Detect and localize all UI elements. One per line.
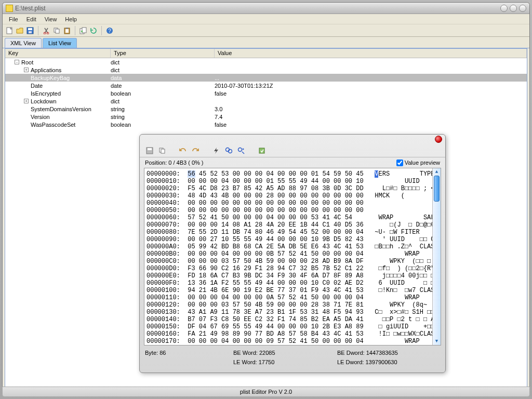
- tree-value-label: 3.0: [215, 106, 527, 112]
- list-header: Key Type Value: [5, 49, 527, 58]
- le-word-label: LE Word:: [233, 359, 257, 365]
- scroll-up-icon[interactable]: ▲: [433, 168, 441, 176]
- position-value: 0 / 4B3 ( 0% ): [168, 159, 203, 166]
- paste-icon[interactable]: [62, 26, 72, 35]
- tree-value-label: false: [215, 122, 527, 128]
- menu-edit[interactable]: Edit: [22, 15, 41, 23]
- le-dword-label: LE Dword:: [337, 359, 364, 365]
- hex-scrollbar[interactable]: ▲ ▼: [432, 168, 441, 345]
- hex-copy-icon[interactable]: [157, 146, 167, 155]
- menu-bar: File Edit View Help: [3, 14, 529, 24]
- hex-save-icon[interactable]: [145, 146, 154, 155]
- tree-key-label: Root: [21, 59, 33, 65]
- scroll-thumb[interactable]: [434, 176, 440, 202]
- tree-row[interactable]: WasPasscodeSetbooleanfalse: [5, 121, 527, 128]
- be-dword-value: 1447383635: [366, 350, 398, 356]
- hex-title-bar: [140, 135, 445, 144]
- tree-row[interactable]: Datedate2010-07-30T01:13:21Z: [5, 82, 527, 89]
- le-dword-value: 1397900630: [365, 359, 397, 365]
- tree-expander[interactable]: -: [15, 60, 19, 64]
- tree-key-label: IsEncrypted: [31, 90, 61, 97]
- column-key[interactable]: Key: [5, 49, 111, 58]
- column-value[interactable]: Value: [215, 49, 527, 58]
- minimize-button[interactable]: [500, 5, 508, 12]
- tree-type-label: string: [111, 106, 215, 112]
- help-icon[interactable]: ?: [105, 26, 114, 35]
- be-dword-label: BE Dword:: [337, 350, 365, 356]
- svg-text:?: ?: [108, 28, 111, 34]
- hex-export-icon[interactable]: [257, 146, 267, 155]
- hex-toolbar: [140, 144, 445, 157]
- hex-find-icon[interactable]: [224, 146, 233, 155]
- hex-close-button[interactable]: [435, 136, 442, 143]
- hex-body[interactable]: 00000000: 56 45 52 53 00 00 00 04 00 00 …: [144, 168, 441, 345]
- svg-rect-18: [161, 149, 165, 153]
- tab-xml-view[interactable]: XML View: [5, 38, 42, 48]
- hex-bolt-icon[interactable]: [211, 146, 221, 155]
- menu-file[interactable]: File: [5, 15, 22, 23]
- value-preview-input[interactable]: [396, 159, 403, 166]
- hex-footer: Byte: 86 BE Word: 22085 BE Dword: 144738…: [145, 350, 440, 368]
- tree-value-label: false: [215, 90, 527, 97]
- convert-icon[interactable]: [78, 26, 88, 35]
- refresh-icon[interactable]: [89, 26, 98, 35]
- tree-value-label: 7.4: [215, 114, 527, 120]
- tree-row[interactable]: BackupKeyBagdata...: [5, 74, 527, 82]
- copy-icon[interactable]: [52, 26, 61, 35]
- hex-redo-icon[interactable]: [191, 146, 200, 155]
- tree-type-label: dict: [111, 98, 215, 104]
- tree-key-label: Version: [31, 114, 50, 120]
- tree-type-label: dict: [111, 59, 215, 65]
- window-title: E:\test.plist: [15, 5, 46, 12]
- byte-value: 86: [159, 350, 166, 356]
- tree-value-label: 2010-07-30T01:13:21Z: [215, 83, 527, 89]
- tree-row[interactable]: +Lockdowndict: [5, 97, 527, 105]
- status-bar: plist Editor Pro V 2.0: [2, 387, 530, 397]
- tree-value-label: ...: [215, 75, 527, 81]
- tree-type-label: date: [111, 83, 215, 89]
- close-button[interactable]: [519, 5, 526, 12]
- tree-key-label: SystemDomainsVersion: [31, 106, 91, 112]
- hex-viewer-window: Position: 0 / 4B3 ( 0% ) Value preview 0…: [139, 134, 446, 373]
- hex-content[interactable]: 00000000: 56 45 52 53 00 00 00 04 00 00 …: [144, 168, 432, 345]
- tree-row[interactable]: +Applicationsdict: [5, 66, 527, 74]
- scroll-down-icon[interactable]: ▼: [433, 338, 441, 345]
- save-icon[interactable]: [25, 26, 35, 35]
- hex-status-line: Position: 0 / 4B3 ( 0% ) Value preview: [140, 157, 445, 168]
- tree-key-label: Date: [31, 83, 43, 89]
- tree-type-label: dict: [111, 67, 215, 73]
- svg-point-21: [238, 148, 242, 151]
- column-type[interactable]: Type: [111, 49, 215, 58]
- tree-row[interactable]: SystemDomainsVersionstring3.0: [5, 105, 527, 113]
- tree-key-label: Applications: [31, 67, 61, 73]
- le-word-value: 17750: [259, 359, 275, 365]
- open-file-icon[interactable]: [15, 26, 24, 35]
- menu-view[interactable]: View: [41, 15, 61, 23]
- new-file-icon[interactable]: [5, 26, 14, 35]
- cut-icon[interactable]: [42, 26, 51, 35]
- tree-expander[interactable]: +: [24, 68, 29, 72]
- tree-body: -Rootdict+ApplicationsdictBackupKeyBagda…: [5, 58, 527, 128]
- app-icon: [6, 5, 13, 12]
- tree-key-label: Lockdown: [31, 98, 57, 104]
- svg-rect-16: [148, 148, 152, 150]
- title-bar: E:\test.plist: [3, 3, 529, 14]
- tab-list-view[interactable]: List View: [43, 38, 77, 48]
- tree-row[interactable]: IsEncryptedbooleanfalse: [5, 89, 527, 97]
- value-preview-checkbox[interactable]: Value preview: [396, 159, 440, 166]
- view-tabs: XML View List View: [3, 37, 529, 48]
- tree-row[interactable]: -Rootdict: [5, 58, 527, 66]
- hex-undo-icon[interactable]: [178, 146, 188, 155]
- svg-rect-2: [28, 28, 32, 30]
- tree-row[interactable]: Versionstring7.4: [5, 113, 527, 121]
- tree-key-label: BackupKeyBag: [31, 75, 70, 81]
- hex-find-next-icon[interactable]: [236, 146, 246, 155]
- tree-type-label: boolean: [111, 90, 215, 97]
- tree-expander[interactable]: +: [24, 99, 29, 103]
- svg-rect-3: [29, 31, 32, 33]
- maximize-button[interactable]: [510, 5, 517, 12]
- tree-type-label: boolean: [111, 122, 215, 128]
- menu-help[interactable]: Help: [61, 15, 81, 23]
- svg-rect-9: [65, 29, 69, 33]
- tree-type-label: data: [111, 75, 215, 81]
